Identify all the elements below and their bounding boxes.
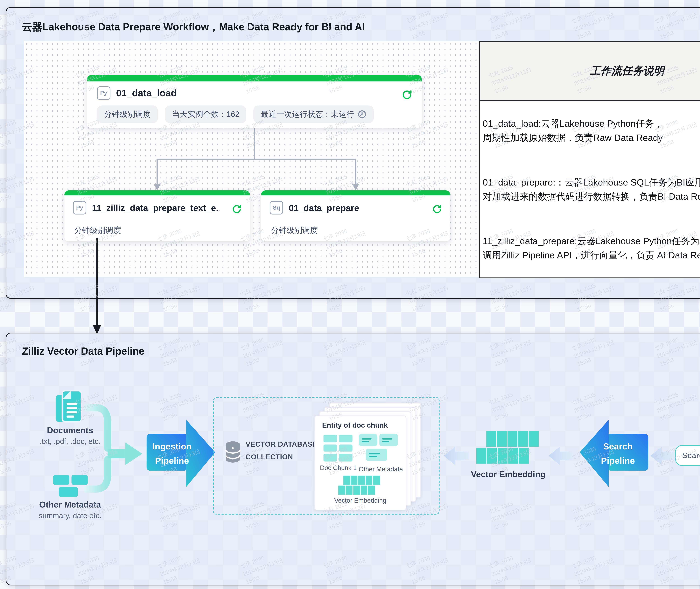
- left-arrow-icon: [444, 445, 469, 466]
- diagram-stage: 云器Lakehouse Data Prepare Workflow，Make D…: [0, 0, 700, 589]
- node-status-bar: [87, 75, 422, 81]
- left-arrow-icon: [548, 445, 574, 466]
- metadata-mini-card: [380, 434, 398, 446]
- cell: [476, 448, 486, 463]
- cell: [361, 485, 368, 495]
- note-paragraph: 01_data_load:云器Lakehouse Python任务，周期性加载原…: [483, 117, 700, 144]
- cell: [366, 475, 372, 485]
- workflow-panel: 云器Lakehouse Data Prepare Workflow，Make D…: [6, 7, 700, 299]
- cell: [339, 435, 353, 442]
- schedule-label: 分钟级别调度: [271, 225, 318, 236]
- workflow-node-data-load[interactable]: Py 01_data_load 分钟级别调度 当天实例个数：162 最近一次运行…: [87, 75, 422, 128]
- cell: [323, 454, 337, 461]
- workflow-node-data-prepare[interactable]: Sq 01_data_prepare 分钟级别调度: [261, 190, 450, 241]
- last-run-status-badge: 最近一次运行状态：未运行: [254, 106, 374, 123]
- embedding-cells: [343, 475, 380, 485]
- entity-card: Entity of doc chunk Doc Chunk 1 Other Me…: [314, 415, 406, 510]
- embedding-cells: [476, 448, 528, 463]
- node-status-bar: [64, 190, 250, 195]
- workflow-panel-title: 云器Lakehouse Data Prepare Workflow，Make D…: [22, 21, 365, 34]
- collection-label-line2: COLLECTION: [246, 453, 293, 461]
- search-pipeline-label: SearchPipeline: [593, 440, 644, 468]
- cell: [353, 485, 360, 495]
- cell: [529, 431, 538, 447]
- database-icon: [224, 441, 241, 464]
- sql-task-icon: Sq: [270, 201, 283, 214]
- pipeline-panel-title: Zilliz Vector Data Pipeline: [22, 345, 144, 357]
- cell: [507, 431, 517, 447]
- node-title: 11_zilliz_data_prepare_text_e...: [92, 203, 219, 213]
- search-query-text: Search Query Text: [682, 446, 700, 465]
- task-notes-panel: 工作流任务说明 01_data_load:云器Lakehouse Python任…: [479, 41, 700, 278]
- cell: [343, 475, 350, 485]
- note-paragraph: 11_zilliz_data_prepare:云器Lakehouse Pytho…: [483, 234, 700, 262]
- cell: [497, 431, 506, 447]
- embedding-mini-label: Vector Embedding: [315, 497, 406, 504]
- schedule-badge: 分钟级别调度: [97, 106, 158, 123]
- node-title: 01_data_prepare: [289, 203, 359, 213]
- cell: [339, 444, 353, 452]
- ingestion-pipeline-label: IngestionPipeline: [147, 440, 198, 468]
- search-query-input[interactable]: Search Query Text: [675, 445, 700, 466]
- left-arrow-icon: [651, 445, 676, 466]
- cell: [346, 485, 353, 495]
- metadata-mini-card: [366, 449, 387, 461]
- workflow-node-zilliz-prepare[interactable]: Py 11_zilliz_data_prepare_text_e... 分钟级别…: [64, 190, 250, 241]
- schedule-label: 分钟级别调度: [74, 225, 121, 236]
- metadata-mini-label: Other Metadata: [358, 466, 404, 473]
- vector-embedding-label: Vector Embedding: [462, 469, 554, 479]
- node-title: 01_data_load: [116, 88, 177, 99]
- instance-count-badge: 当天实例个数：162: [165, 106, 247, 123]
- embedding-cells: [486, 431, 538, 447]
- python-task-icon: Py: [97, 86, 110, 100]
- cell: [486, 431, 496, 447]
- cell: [339, 454, 353, 461]
- cell: [519, 448, 528, 463]
- refresh-icon[interactable]: [433, 205, 442, 214]
- cell: [368, 485, 375, 495]
- doc-chunk-label: Doc Chunk 1: [318, 464, 359, 471]
- cell: [358, 475, 365, 485]
- zilliz-pipeline-panel: Zilliz Vector Data Pipeline Documents .t…: [6, 333, 700, 585]
- merge-arrow: [84, 390, 149, 498]
- documents-icon: [54, 390, 85, 427]
- cell: [487, 448, 496, 463]
- workflow-to-pipeline-arrow: [90, 238, 105, 334]
- cell: [323, 444, 337, 452]
- collection-label-line1: VECTOR DATABASE: [246, 440, 317, 448]
- notes-title: 工作流任务说明: [480, 42, 700, 101]
- vector-embedding-group: [476, 431, 541, 465]
- refresh-icon[interactable]: [402, 90, 412, 100]
- cell: [338, 485, 345, 495]
- cell: [508, 448, 518, 463]
- cell: [351, 475, 358, 485]
- python-task-icon: Py: [73, 201, 86, 214]
- metadata-label: Other Metadata summary, date etc.: [21, 500, 120, 520]
- refresh-icon[interactable]: [232, 205, 242, 214]
- cell: [518, 431, 528, 447]
- embedding-cells: [338, 485, 375, 495]
- clock-icon: [358, 110, 367, 119]
- doc-chunk-blocks: [323, 435, 353, 461]
- note-paragraph: 01_data_prepare:：云器Lakehouse SQL任务为BI应用准…: [483, 176, 700, 203]
- cell: [373, 475, 380, 485]
- entity-card-title: Entity of doc chunk: [322, 421, 388, 429]
- cell: [498, 448, 507, 463]
- cell: [323, 435, 337, 442]
- metadata-mini-card: [359, 434, 377, 446]
- node-status-bar: [261, 190, 450, 195]
